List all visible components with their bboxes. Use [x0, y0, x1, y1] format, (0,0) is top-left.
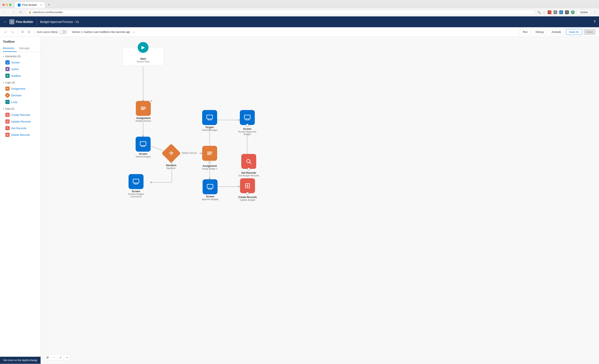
canvas[interactable]: Default Outcome ▶ Start Screen Flow 🗑 As… — [41, 37, 599, 364]
toolbox-content: ▾ Interaction (3) Screen Action — [0, 52, 41, 357]
decision-inner-icon — [168, 150, 174, 157]
delete-records-item-label: Delete Records — [11, 133, 30, 136]
section-data-header[interactable]: ▾ Data (4) — [0, 106, 41, 112]
toolbox-item-delete-records[interactable]: Delete Records — [0, 132, 41, 138]
appexchange-footer[interactable]: Get more on the AppExchange — [0, 357, 41, 364]
assignment-budget-sublabel: Budget Version — [136, 120, 151, 122]
svg-rect-2 — [11, 22, 12, 23]
nav-forward-btn[interactable]: → — [10, 10, 16, 14]
update-records-item-label: Update Records — [11, 120, 31, 123]
zoom-fit-btn[interactable]: ⤢ — [57, 355, 64, 360]
section-logic-header[interactable]: ▾ Logic (3) — [0, 80, 41, 85]
active-tab[interactable]: Flow Builder × — [15, 2, 45, 8]
close-window-btn[interactable] — [2, 4, 5, 6]
browser-more-btn[interactable]: ⋮ — [593, 10, 597, 14]
create-records-connector-dot — [246, 192, 249, 195]
screen-approved-icon — [240, 110, 255, 125]
nav-back-btn[interactable]: ← — [2, 10, 8, 14]
assignment-stage2-label: Assignment — [202, 165, 217, 168]
start-label: Start — [140, 57, 146, 60]
nav-refresh-btn[interactable]: ↻ — [18, 10, 23, 14]
bookmark-icon[interactable]: ☆ — [543, 11, 546, 14]
zoom-controls: ⊞ − ⤢ + — [44, 354, 70, 360]
back-button[interactable]: ← — [3, 20, 7, 24]
section-arrow-interaction: ▾ — [3, 55, 4, 58]
zoom-in-btn[interactable]: + — [64, 355, 70, 360]
zoom-out-btn[interactable]: − — [51, 355, 57, 360]
saveas-button[interactable]: Save As — [566, 29, 582, 35]
start-node[interactable]: ▶ Start Screen Flow — [122, 47, 164, 66]
assignment-budget-node[interactable]: 🗑 Assignment Budget Version — [136, 101, 151, 122]
screen-approved-node[interactable]: Screen Review Approved Budget — [238, 110, 256, 135]
get-records-wrapper — [238, 154, 259, 169]
approved-connector-dot — [246, 124, 249, 127]
create-records-label: Create Records — [238, 196, 257, 199]
svg-marker-14 — [7, 101, 7, 102]
tab-manager[interactable]: Manager — [19, 45, 32, 52]
tab-favicon — [18, 4, 21, 7]
run-button[interactable]: Run — [520, 29, 531, 35]
header-actions: Run Debug Activate Save As Save — [520, 29, 596, 35]
screen-approve-icon — [203, 179, 218, 194]
get-records-label: Get Records — [238, 171, 259, 174]
save-button[interactable]: Save — [584, 29, 596, 35]
start-play-icon: ▶ — [138, 42, 149, 53]
assignment-stage2-sublabel: Assign Stage 2 — [202, 168, 217, 170]
toolbox-item-assignment[interactable]: Assignment — [0, 85, 41, 92]
new-tab-btn[interactable]: + — [46, 2, 52, 8]
extension-icon-2[interactable]: ↺ — [554, 10, 557, 14]
svg-rect-35 — [140, 142, 146, 146]
create-records-node[interactable]: Create Records Update Budget — [238, 178, 257, 201]
debug-button[interactable]: Debug — [532, 29, 546, 35]
auto-layout-switch[interactable] — [60, 30, 67, 34]
toolbox-item-decision[interactable]: ⇌ Decision — [0, 92, 41, 98]
toolbox-item-create-records[interactable]: Create Records — [0, 112, 41, 118]
undo-button[interactable]: ↩ — [3, 29, 8, 35]
tab-elements[interactable]: Elements — [3, 45, 17, 52]
section-interaction-header[interactable]: ▾ Interaction (3) — [0, 54, 41, 59]
toolbox-item-update-records[interactable]: Update Records — [0, 118, 41, 125]
toolbox-item-screen[interactable]: Screen — [0, 59, 41, 66]
help-button[interactable]: ? — [594, 20, 596, 24]
extension-icon-3[interactable]: ◎ — [559, 10, 563, 14]
window-controls — [2, 4, 11, 6]
url-bar[interactable]: 🔒 salesforce.com/flow-builder — [26, 10, 535, 15]
decision-node[interactable]: Decision Approver — [164, 146, 178, 169]
tab-close-btn[interactable]: × — [41, 4, 42, 7]
toolbox-sidebar: Toolbox Elements Manager ▾ Interaction (… — [0, 37, 41, 364]
screen-approved-label: Screen — [238, 127, 256, 130]
toolbox-item-get-records[interactable]: Get Records — [0, 125, 41, 132]
settings-button[interactable]: ⚙ — [26, 29, 32, 35]
screen-comments-node[interactable]: Screen Provide Budget Comments — [128, 174, 144, 198]
screen-approve-label: Screen — [202, 195, 218, 198]
screen-submit-sublabel: Submit Budget — [136, 155, 150, 158]
extension-icon-1[interactable]: 12 — [548, 10, 551, 14]
auto-layout-label: Auto-Layout (Beta) — [37, 31, 58, 34]
extension-icon-4[interactable]: ⚙ — [565, 10, 569, 14]
extension-icon-5[interactable]: ⚽ — [571, 10, 575, 14]
update-button[interactable]: Update — [577, 10, 591, 15]
redo-button[interactable]: ↪ — [10, 29, 15, 35]
get-records-node[interactable]: Get Records Get Budget Records — [238, 154, 259, 177]
grid-btn[interactable]: ⊞ — [44, 355, 51, 360]
section-interaction: ▾ Interaction (3) Screen Action — [0, 54, 41, 79]
loop-item-label: Loop — [11, 100, 17, 104]
toolbox-item-subflow[interactable]: Subflow — [0, 72, 41, 79]
minimize-window-btn[interactable] — [6, 4, 8, 6]
app-header: ← Flow Builder Budget Approval Process -… — [0, 17, 599, 27]
section-interaction-label: Interaction (3) — [5, 55, 21, 58]
version-text: Version 1: Inactive–Last modified a few … — [72, 31, 130, 34]
toolbox-item-loop[interactable]: Loop — [0, 98, 41, 105]
delete-assignment-btn[interactable]: 🗑 — [150, 99, 153, 103]
search-icon[interactable]: 🔍 — [537, 11, 541, 14]
copy-button[interactable]: ⧉ — [20, 29, 25, 35]
screen-submit-node[interactable]: Screen Submit Budget — [136, 137, 150, 158]
create-records-wrapper — [238, 178, 257, 193]
screen-approve-node[interactable]: Screen Approve Budget — [202, 179, 218, 201]
assignment-stage2-node[interactable]: Assignment Assign Stage 2 — [202, 146, 217, 170]
screen-review-node[interactable]: Screen Review Budget — [202, 110, 217, 131]
activate-button[interactable]: Activate — [548, 29, 564, 35]
app-logo: Flow Builder — [9, 19, 33, 24]
toolbox-item-action[interactable]: Action — [0, 66, 41, 72]
maximize-window-btn[interactable] — [9, 4, 11, 6]
